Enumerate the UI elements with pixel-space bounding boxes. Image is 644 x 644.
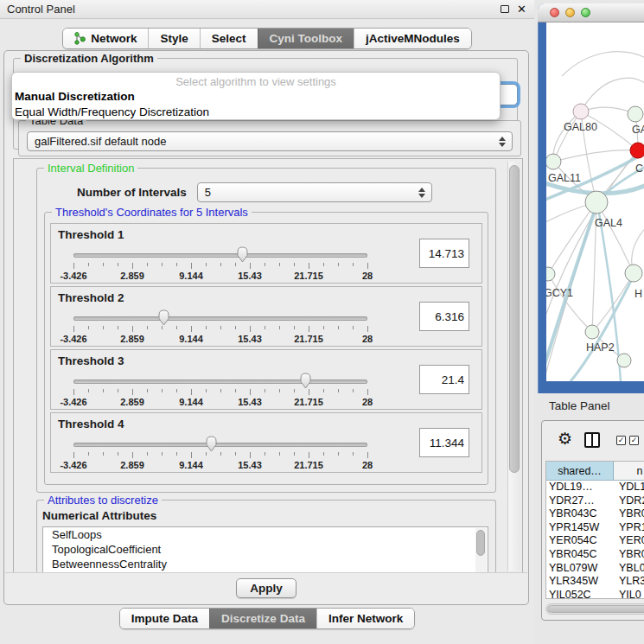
network-node[interactable]: [617, 354, 631, 367]
threshold-1-slider[interactable]: -3.4262.8599.14415.4321.71528: [73, 245, 367, 283]
thresholds-title: Threshold's Coordinates for 5 Intervals: [52, 206, 252, 219]
threshold-2-slider[interactable]: -3.4262.8599.14415.4321.71528: [73, 308, 367, 346]
network-node-label: GA: [632, 124, 644, 136]
slider-thumb[interactable]: [299, 372, 313, 390]
columns-icon[interactable]: [584, 432, 600, 448]
network-graph: GAL80GACGAL11GAL4GCY1HHAP2: [546, 22, 644, 381]
checkbox-icon[interactable]: ✓: [629, 436, 639, 445]
chevron-updown-icon: [498, 135, 506, 149]
table-panel: ⚙ ✓ ✓ shared… n YDL19…YDL1 YDR27…YDR2 YB…: [541, 420, 644, 621]
attributes-title: Attributes to discretize: [44, 494, 162, 507]
slider-thumb[interactable]: [236, 245, 250, 264]
threshold-2-value-field[interactable]: [419, 302, 469, 331]
algorithm-option-equal-width[interactable]: Equal Width/Frequency Discretization: [12, 105, 500, 120]
traffic-light-minimize-icon[interactable]: [565, 8, 575, 17]
attributes-group: Attributes to discretize Numerical Attri…: [36, 500, 496, 574]
network-node-label: GAL11: [548, 172, 581, 184]
network-node-label: H: [634, 288, 642, 300]
apply-button[interactable]: Apply: [236, 578, 296, 598]
numerical-attributes-label: Numerical Attributes: [42, 509, 156, 522]
network-node-label: HAP2: [586, 341, 615, 354]
table-horizontal-scrollbar[interactable]: [545, 603, 644, 615]
network-node[interactable]: [628, 106, 643, 122]
interval-definition-title: Interval Definition: [44, 162, 137, 175]
table-panel-toolbar: ⚙ ✓ ✓: [542, 426, 644, 459]
right-side: GAL80GACGAL11GAL4GCY1HHAP2 Table Panel ⚙…: [534, 0, 644, 644]
cyni-toolbox-panel: Discretization Algorithm Select algorith…: [3, 50, 529, 605]
network-node[interactable]: [585, 191, 608, 214]
number-of-intervals-label: Number of Intervals: [77, 186, 187, 199]
threshold-1-value-field[interactable]: [419, 239, 469, 268]
network-window-titlebar: [538, 3, 644, 22]
tab-cyni-toolbox[interactable]: Cyni Toolbox: [258, 29, 354, 48]
network-tab-icon: [74, 32, 86, 45]
settings-vertical-scrollbar[interactable]: [507, 162, 520, 571]
tab-infer-network[interactable]: Infer Network: [316, 609, 414, 628]
tab-discretize-data[interactable]: Discretize Data: [209, 609, 316, 628]
tab-impute-data[interactable]: Impute Data: [120, 609, 209, 628]
tab-network-label: Network: [91, 29, 137, 48]
table-row[interactable]: YDR27…YDR2: [546, 494, 644, 508]
threshold-4-slider[interactable]: -3.4262.8599.14415.4321.71528: [73, 434, 367, 472]
list-scrollbar[interactable]: [475, 528, 487, 572]
threshold-4-value-field[interactable]: [419, 428, 469, 457]
close-icon[interactable]: ✕: [517, 3, 526, 15]
network-node[interactable]: [625, 265, 642, 282]
table-row[interactable]: YLR345WYLR3: [546, 575, 644, 589]
table-row[interactable]: YPR145WYPR1: [546, 521, 644, 535]
list-item[interactable]: TopologicalCoefficient: [43, 542, 488, 557]
node-table: shared… n YDL19…YDL1 YDR27…YDR2 YBR043CY…: [545, 461, 644, 599]
network-node[interactable]: [585, 325, 599, 339]
float-window-icon[interactable]: [501, 5, 509, 13]
column-header-shared-name[interactable]: shared…: [546, 462, 614, 480]
network-node[interactable]: [546, 267, 555, 281]
network-node-label: GAL4: [595, 217, 622, 229]
threshold-3-value-field[interactable]: [419, 365, 469, 394]
table-row[interactable]: YIL052CYIL0: [546, 589, 644, 599]
top-tabbar: Network Style Select Cyni Toolbox jActiv…: [0, 28, 534, 49]
settings-scrollpane: Interval Definition Number of Intervals …: [13, 158, 523, 575]
network-node[interactable]: [573, 104, 589, 119]
apply-row: Apply: [5, 572, 527, 603]
table-row[interactable]: YBR043CYBR0: [546, 507, 644, 521]
gear-icon[interactable]: ⚙: [558, 429, 572, 448]
table-data-combobox[interactable]: galFiltered.sif default node: [27, 131, 513, 151]
list-item[interactable]: BetweennessCentrality: [43, 557, 488, 571]
table-panel-title: Table Panel: [534, 393, 644, 419]
network-window: GAL80GACGAL11GAL4GCY1HHAP2: [538, 3, 644, 393]
table-row[interactable]: YDL19…YDL1: [546, 481, 644, 494]
table-row[interactable]: YER054CYER0: [546, 534, 644, 548]
table-row[interactable]: YBL079WYBL0: [546, 562, 644, 576]
control-panel-titlebar: Control Panel ✕: [0, 0, 534, 19]
threshold-1-panel: Threshold 1 -3.4262.8599.14415.4321.7152…: [50, 223, 482, 284]
table-data-group: Table Data galFiltered.sif default node: [18, 120, 521, 156]
checkbox-icon[interactable]: ✓: [616, 436, 626, 445]
algorithm-dropdown-popup: Select algorithm to view settings Manual…: [11, 72, 501, 120]
discretization-algorithm-title: Discretization Algorithm: [21, 52, 157, 65]
network-node-label: GCY1: [546, 287, 573, 299]
algorithm-option-manual[interactable]: Manual Discretization: [12, 89, 500, 105]
network-node-label: GAL80: [564, 121, 597, 133]
tab-network[interactable]: Network: [63, 29, 148, 48]
algorithm-placeholder: Select algorithm to view settings: [12, 73, 500, 89]
control-panel: Control Panel ✕ Network Styl: [0, 0, 534, 644]
numerical-attributes-list: SelfLoops TopologicalCoefficient Between…: [42, 526, 488, 574]
slider-thumb[interactable]: [157, 309, 171, 327]
threshold-3-slider[interactable]: -3.4262.8599.14415.4321.71528: [73, 371, 367, 409]
list-item[interactable]: SelfLoops: [43, 527, 488, 542]
network-node[interactable]: [630, 143, 644, 158]
number-of-intervals-combobox[interactable]: 5: [197, 182, 432, 202]
table-row[interactable]: YBR045CYBR0: [546, 548, 644, 562]
column-header-name[interactable]: n: [614, 462, 644, 480]
traffic-light-zoom-icon[interactable]: [581, 8, 590, 17]
tab-select[interactable]: Select: [200, 29, 258, 48]
slider-thumb[interactable]: [205, 435, 219, 453]
table-header-row: shared… n: [546, 462, 644, 481]
tab-jactivemnodules[interactable]: jActiveMNodules: [354, 29, 471, 48]
network-node[interactable]: [546, 154, 561, 169]
tab-style[interactable]: Style: [148, 29, 199, 48]
threshold-3-panel: Threshold 3 -3.4262.8599.14415.4321.7152…: [50, 349, 482, 410]
network-canvas[interactable]: GAL80GACGAL11GAL4GCY1HHAP2: [546, 22, 644, 381]
thresholds-group: Threshold's Coordinates for 5 Intervals …: [44, 212, 488, 485]
traffic-light-close-icon[interactable]: [550, 8, 559, 17]
